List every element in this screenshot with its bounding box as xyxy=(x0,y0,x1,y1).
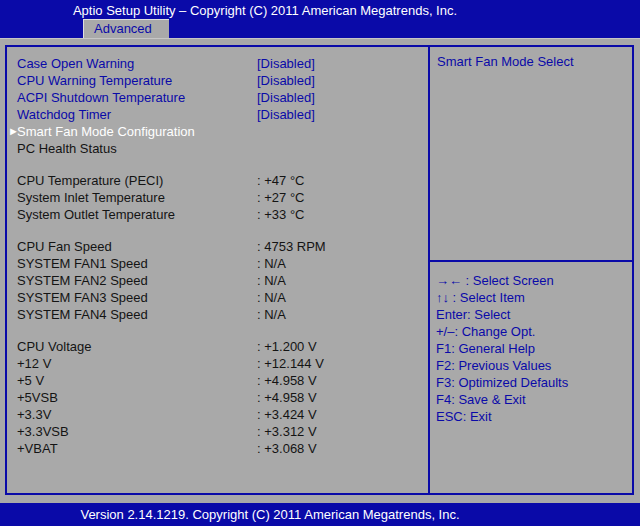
menu-row-info: System Inlet Temperature : +27 °C xyxy=(7,189,428,206)
menu-row-info: SYSTEM FAN3 Speed : N/A xyxy=(7,289,428,306)
menu-row-info: SYSTEM FAN2 Speed : N/A xyxy=(7,272,428,289)
menu-row-label: Smart Fan Mode Configuration xyxy=(17,124,195,139)
blank-row xyxy=(7,223,428,238)
hotkey-panel: →← : Select Screen↑↓ : Select ItemEnter:… xyxy=(430,262,632,493)
menu-row-label: SYSTEM FAN1 Speed xyxy=(17,256,148,271)
hotkey-row: F4: Save & Exit xyxy=(436,391,632,408)
menu-row-value: : +4.958 V xyxy=(257,389,317,406)
menu-row-value: : +3.068 V xyxy=(257,440,317,457)
menu-row-info: +3.3V : +3.424 V xyxy=(7,406,428,423)
tab-advanced[interactable]: Advanced xyxy=(83,19,169,38)
menu-row-option[interactable]: Case Open Warning [Disabled] xyxy=(7,55,428,72)
menu-row-value: [Disabled] xyxy=(257,72,315,89)
menu-row-value: : +1.200 V xyxy=(257,338,317,355)
hotkey-row: ↑↓ : Select Item xyxy=(436,289,632,306)
bios-setup-screen: Aptio Setup Utility – Copyright (C) 2011… xyxy=(0,0,640,526)
blank-row xyxy=(7,157,428,172)
menu-row-value: [Disabled] xyxy=(257,106,315,123)
hotkey-row: F3: Optimized Defaults xyxy=(436,374,632,391)
menu-row-value: : 4753 RPM xyxy=(257,238,326,255)
menu-row-label: +VBAT xyxy=(17,441,58,456)
menu-row-value: : +4.958 V xyxy=(257,372,317,389)
menu-row-value: : +47 °C xyxy=(257,172,304,189)
titlebar: Aptio Setup Utility – Copyright (C) 2011… xyxy=(0,0,640,38)
menu-row-info: +5 V : +4.958 V xyxy=(7,372,428,389)
menu-row-value: : N/A xyxy=(257,255,286,272)
menu-row-option[interactable]: CPU Warning Temperature [Disabled] xyxy=(7,72,428,89)
hotkey-row: ESC: Exit xyxy=(436,408,632,425)
main-area: Case Open Warning [Disabled] CPU Warning… xyxy=(0,38,640,503)
menu-row-label: System Inlet Temperature xyxy=(17,190,165,205)
menu-row-value: [Disabled] xyxy=(257,89,315,106)
menu-row-label: SYSTEM FAN3 Speed xyxy=(17,290,148,305)
menu-row-label: PC Health Status xyxy=(17,141,117,156)
menu-row-label: +5 V xyxy=(17,373,44,388)
menu-row-info: SYSTEM FAN1 Speed : N/A xyxy=(7,255,428,272)
menu-row-heading: PC Health Status xyxy=(7,140,428,157)
menu-row-label: CPU Voltage xyxy=(17,339,91,354)
menu-row-value: : +3.424 V xyxy=(257,406,317,423)
menu-row-label: SYSTEM FAN2 Speed xyxy=(17,273,148,288)
menu-row-value: : N/A xyxy=(257,306,286,323)
menu-row-value: : +12.144 V xyxy=(257,355,324,372)
menu-row-option[interactable]: Watchdog Timer [Disabled] xyxy=(7,106,428,123)
menu-row-label: +3.3V xyxy=(17,407,51,422)
menu-row-label: Case Open Warning xyxy=(17,56,134,71)
menu-row-label: +12 V xyxy=(17,356,51,371)
menu-row-label: SYSTEM FAN4 Speed xyxy=(17,307,148,322)
menu-row-label: +3.3VSB xyxy=(17,424,69,439)
menu-row-value: : N/A xyxy=(257,289,286,306)
menu-row-info: +5VSB : +4.958 V xyxy=(7,389,428,406)
app-title: Aptio Setup Utility – Copyright (C) 2011… xyxy=(0,3,530,18)
submenu-arrow-icon: ► xyxy=(8,123,19,140)
menu-row-label: CPU Temperature (PECI) xyxy=(17,173,163,188)
menu-row-info: System Outlet Temperature : +33 °C xyxy=(7,206,428,223)
menu-row-value: [Disabled] xyxy=(257,55,315,72)
statusbar: Version 2.14.1219. Copyright (C) 2011 Am… xyxy=(0,503,640,526)
menu-row-label: System Outlet Temperature xyxy=(17,207,175,222)
content-frame: Case Open Warning [Disabled] CPU Warning… xyxy=(5,45,634,495)
help-text: Smart Fan Mode Select xyxy=(437,54,626,69)
blank-row xyxy=(7,323,428,338)
menu-row-value: : N/A xyxy=(257,272,286,289)
menu-row-value: : +27 °C xyxy=(257,189,304,206)
menu-row-info: CPU Temperature (PECI) : +47 °C xyxy=(7,172,428,189)
menu-row-label: CPU Fan Speed xyxy=(17,239,112,254)
version-text: Version 2.14.1219. Copyright (C) 2011 Am… xyxy=(0,507,540,522)
menu-row-info: CPU Fan Speed : 4753 RPM xyxy=(7,238,428,255)
menu-row-info: CPU Voltage : +1.200 V xyxy=(7,338,428,355)
menu-row-info: +VBAT : +3.068 V xyxy=(7,440,428,457)
menu-row-label: ACPI Shutdown Temperature xyxy=(17,90,185,105)
hotkey-row: →← : Select Screen xyxy=(436,272,632,289)
menu-row-label: Watchdog Timer xyxy=(17,107,111,122)
hotkey-row: +/–: Change Opt. xyxy=(436,323,632,340)
hotkey-row: F2: Previous Values xyxy=(436,357,632,374)
tab-advanced-label: Advanced xyxy=(94,21,152,36)
menu-row-info: +12 V : +12.144 V xyxy=(7,355,428,372)
menu-row-label: +5VSB xyxy=(17,390,58,405)
menu-row-label: CPU Warning Temperature xyxy=(17,73,172,88)
help-panel: Smart Fan Mode Select xyxy=(430,47,632,262)
hotkey-row: F1: General Help xyxy=(436,340,632,357)
hotkey-row: Enter: Select xyxy=(436,306,632,323)
menu-row-value: : +3.312 V xyxy=(257,423,317,440)
menu-row-option[interactable]: ACPI Shutdown Temperature [Disabled] xyxy=(7,89,428,106)
menu-row-info: +3.3VSB : +3.312 V xyxy=(7,423,428,440)
menu-row-value: : +33 °C xyxy=(257,206,304,223)
menu-row-info: SYSTEM FAN4 Speed : N/A xyxy=(7,306,428,323)
menu-row-submenu[interactable]: ► Smart Fan Mode Configuration xyxy=(7,123,428,140)
left-pane: Case Open Warning [Disabled] CPU Warning… xyxy=(7,47,430,493)
